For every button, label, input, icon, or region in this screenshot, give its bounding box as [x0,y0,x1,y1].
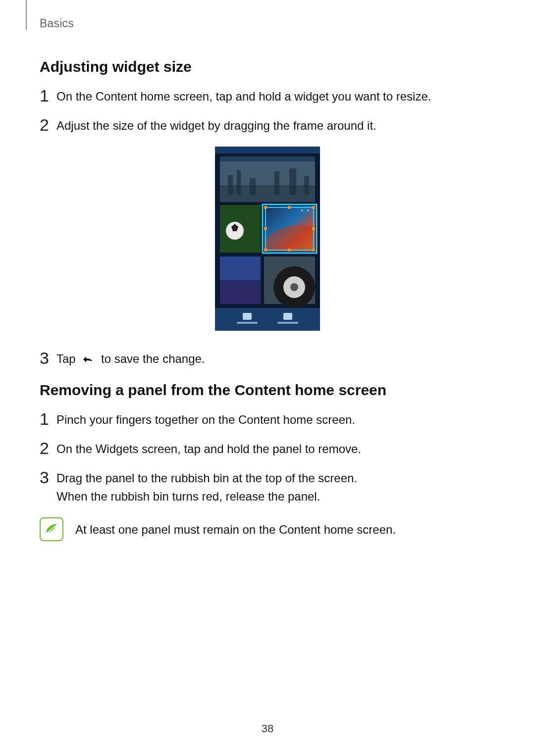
note-text: At least one panel must remain on the Co… [75,517,396,539]
list-item: 2 Adjust the size of the widget by dragg… [40,115,495,135]
svg-rect-28 [220,256,261,280]
back-icon [81,351,96,369]
step-number: 2 [40,440,56,456]
document-page: Basics Adjusting widget size 1 On the Co… [0,0,535,756]
list-item: 3 Drag the panel to the rubbish bin at t… [40,468,495,505]
heading-adjusting-widget-size: Adjusting widget size [40,58,495,75]
svg-rect-6 [237,170,241,195]
list-item: 2 On the Widgets screen, tap and hold th… [40,439,495,458]
svg-rect-19 [312,206,315,209]
svg-rect-35 [283,313,292,320]
svg-rect-17 [264,206,267,209]
svg-rect-22 [264,249,267,252]
list-item: 1 Pinch your fingers together on the Con… [40,409,495,429]
step-number: 2 [40,116,56,133]
step-text: Adjust the size of the widget by draggin… [56,116,495,135]
step-text-suffix: to save the change. [101,352,205,365]
step-text-prefix: Tap [56,352,79,365]
svg-rect-33 [215,308,320,331]
svg-rect-9 [289,168,296,195]
step-text: Pinch your fingers together on the Conte… [56,410,495,429]
step-number: 1 [40,87,56,104]
svg-rect-21 [312,227,315,230]
svg-rect-24 [312,249,315,252]
header-section-label: Basics [40,17,74,30]
svg-rect-10 [304,176,309,195]
svg-rect-20 [264,227,267,230]
steps-adjust-widget: 1 On the Content home screen, tap and ho… [40,86,495,135]
steps-adjust-widget-cont: 3 Tap to save the change. [40,349,495,369]
svg-rect-18 [288,206,291,209]
svg-rect-4 [220,156,315,161]
heading-removing-panel: Removing a panel from the Content home s… [40,382,495,399]
svg-rect-36 [237,322,258,324]
step-number: 1 [40,410,56,427]
step-text: On the Widgets screen, tap and hold the … [56,440,495,458]
page-content: Adjusting widget size 1 On the Content h… [40,50,495,541]
step-number: 3 [40,350,56,366]
list-item: 3 Tap to save the change. [40,349,495,369]
svg-rect-5 [228,175,233,195]
list-item: 1 On the Content home screen, tap and ho… [40,86,495,105]
figure-widget-resize [40,147,495,331]
svg-point-25 [302,210,303,211]
svg-rect-8 [274,171,279,195]
note-row: At least one panel must remain on the Co… [40,517,495,541]
svg-point-26 [308,210,309,211]
step-text: Drag the panel to the rubbish bin at the… [56,469,495,505]
note-icon [40,517,63,541]
svg-rect-3 [220,185,315,202]
header-rule [26,0,27,30]
step-text: Tap to save the change. [56,350,495,369]
svg-rect-34 [243,313,252,320]
svg-rect-23 [288,249,291,252]
svg-rect-1 [215,147,320,153]
step-text: On the Content home screen, tap and hold… [56,87,495,105]
svg-point-32 [290,283,298,291]
svg-rect-37 [277,322,298,324]
steps-remove-panel: 1 Pinch your fingers together on the Con… [40,409,495,506]
svg-rect-7 [250,178,256,195]
page-number: 38 [0,722,535,735]
step-number: 3 [40,469,56,486]
figure-widget-resize-svg [215,147,320,331]
